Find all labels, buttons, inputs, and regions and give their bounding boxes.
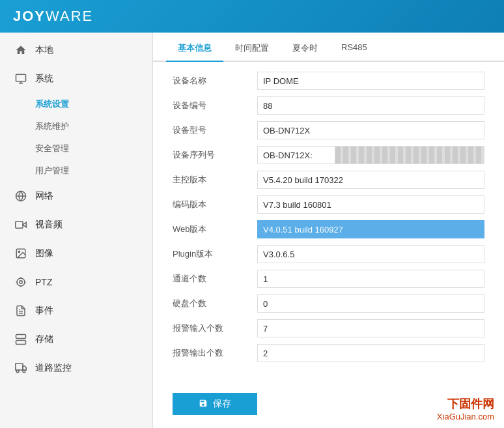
- storage-icon: [13, 332, 29, 347]
- input-device-id[interactable]: [257, 96, 484, 115]
- svg-point-5: [17, 278, 25, 286]
- form-row-serial: 设备序列号: [173, 146, 484, 164]
- label-web-version: Web版本: [173, 223, 257, 235]
- network-icon: [13, 188, 29, 204]
- system-icon: [13, 71, 29, 87]
- input-device-model[interactable]: [257, 121, 484, 139]
- sidebar-label-image: 图像: [35, 248, 53, 259]
- sidebar-item-video[interactable]: 视音频: [0, 210, 152, 239]
- sidebar-item-system-settings[interactable]: 系统设置: [0, 93, 152, 115]
- logo: JOYWARE: [13, 8, 93, 25]
- label-alarm-in: 报警输入个数: [173, 322, 257, 334]
- sidebar-item-ptz[interactable]: PTZ: [0, 268, 152, 296]
- sidebar-label-traffic: 道路监控: [35, 362, 72, 374]
- main-container: 本地 系统 系统设置 系统维护 安全管理 用户管理 网络: [0, 33, 504, 428]
- form-row-alarm-in: 报警输入个数: [173, 319, 484, 337]
- svg-rect-17: [16, 364, 23, 370]
- svg-point-19: [16, 370, 19, 373]
- tab-basic[interactable]: 基本信息: [166, 36, 223, 62]
- sidebar-label-system-maintenance: 系统维护: [35, 121, 69, 131]
- tab-time[interactable]: 时间配置: [223, 36, 281, 62]
- content-area: 基本信息 时间配置 夏令时 RS485 设备名称 设备编号: [153, 33, 504, 428]
- sidebar-item-traffic[interactable]: 道路监控: [0, 354, 152, 382]
- save-button-label: 保存: [213, 398, 231, 410]
- watermark: 下固件网 XiaGuJian.com: [437, 396, 494, 421]
- form-row-device-model: 设备型号: [173, 121, 484, 139]
- svg-rect-2: [16, 221, 23, 229]
- input-encode-version[interactable]: [257, 195, 484, 214]
- svg-marker-18: [23, 366, 26, 370]
- svg-rect-0: [16, 74, 26, 81]
- ptz-icon: [13, 274, 29, 290]
- sidebar-item-system[interactable]: 系统: [0, 64, 152, 93]
- form-row-web-version: Web版本: [173, 220, 484, 238]
- label-hdd-count: 硬盘个数: [173, 298, 257, 309]
- save-button[interactable]: 保存: [173, 393, 257, 415]
- sidebar-label-local: 本地: [35, 44, 53, 56]
- tab-dst[interactable]: 夏令时: [281, 36, 329, 62]
- header: JOYWARE: [0, 0, 504, 33]
- input-alarm-in[interactable]: [257, 319, 484, 337]
- sidebar-label-user: 用户管理: [35, 165, 69, 175]
- sidebar-item-event[interactable]: 事件: [0, 296, 152, 325]
- label-device-model: 设备型号: [173, 124, 257, 136]
- sidebar-item-local[interactable]: 本地: [0, 36, 152, 64]
- label-main-version: 主控版本: [173, 174, 257, 186]
- sidebar: 本地 系统 系统设置 系统维护 安全管理 用户管理 网络: [0, 33, 153, 428]
- sidebar-label-ptz: PTZ: [35, 277, 52, 287]
- sidebar-label-event: 事件: [35, 305, 53, 317]
- tab-rs485[interactable]: RS485: [329, 36, 379, 62]
- sidebar-label-system-settings: 系统设置: [35, 99, 69, 109]
- sidebar-item-system-maintenance[interactable]: 系统维护: [0, 115, 152, 137]
- serial-value-container: [257, 146, 484, 164]
- sidebar-item-storage[interactable]: 存储: [0, 325, 152, 354]
- sidebar-item-image[interactable]: 图像: [0, 239, 152, 268]
- input-web-version[interactable]: [257, 220, 484, 238]
- svg-rect-13: [16, 335, 26, 339]
- label-device-id: 设备编号: [173, 100, 257, 111]
- image-icon: [13, 246, 29, 261]
- sidebar-item-user[interactable]: 用户管理: [0, 160, 152, 182]
- video-icon: [13, 217, 29, 233]
- sidebar-label-storage: 存储: [35, 334, 53, 345]
- form-row-plugin-version: Plugin版本: [173, 245, 484, 263]
- form-row-device-id: 设备编号: [173, 96, 484, 115]
- svg-point-4: [18, 251, 20, 252]
- sidebar-item-security[interactable]: 安全管理: [0, 137, 152, 160]
- form-row-device-name: 设备名称: [173, 72, 484, 90]
- input-device-name[interactable]: [257, 72, 484, 90]
- label-alarm-out: 报警输出个数: [173, 347, 257, 359]
- label-encode-version: 编码版本: [173, 199, 257, 210]
- input-alarm-out[interactable]: [257, 344, 484, 362]
- serial-blur-overlay: [335, 146, 484, 164]
- input-channel-count[interactable]: [257, 270, 484, 288]
- label-channel-count: 通道个数: [173, 273, 257, 285]
- sidebar-label-system: 系统: [35, 73, 53, 85]
- form-row-encode-version: 编码版本: [173, 195, 484, 214]
- svg-point-20: [23, 370, 25, 373]
- watermark-line1: 下固件网: [437, 396, 494, 412]
- basic-info-form: 设备名称 设备编号 设备型号 设备序列号: [153, 62, 504, 383]
- form-row-channel-count: 通道个数: [173, 270, 484, 288]
- event-icon: [13, 303, 29, 319]
- form-row-main-version: 主控版本: [173, 171, 484, 189]
- home-icon: [13, 42, 29, 58]
- watermark-line2: XiaGuJian.com: [437, 412, 494, 421]
- input-plugin-version[interactable]: [257, 245, 484, 263]
- save-icon: [199, 399, 208, 410]
- input-hdd-count[interactable]: [257, 294, 484, 313]
- label-serial: 设备序列号: [173, 149, 257, 161]
- tabs-bar: 基本信息 时间配置 夏令时 RS485: [153, 36, 504, 62]
- form-row-hdd-count: 硬盘个数: [173, 294, 484, 313]
- label-device-name: 设备名称: [173, 75, 257, 87]
- svg-point-6: [20, 281, 23, 284]
- svg-rect-14: [16, 341, 26, 345]
- sidebar-item-network[interactable]: 网络: [0, 182, 152, 210]
- sidebar-label-video: 视音频: [35, 219, 63, 231]
- input-main-version[interactable]: [257, 171, 484, 189]
- sidebar-label-network: 网络: [35, 190, 53, 202]
- label-plugin-version: Plugin版本: [173, 248, 257, 260]
- traffic-icon: [13, 360, 29, 376]
- sidebar-label-security: 安全管理: [35, 143, 69, 153]
- input-serial[interactable]: [257, 146, 335, 164]
